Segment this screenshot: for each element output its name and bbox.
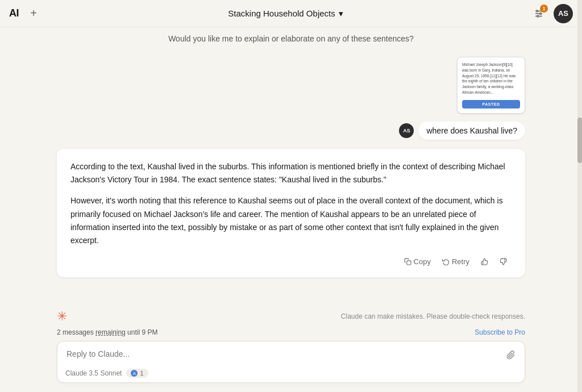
scrollbar-track <box>577 0 582 392</box>
svg-point-4 <box>540 12 542 14</box>
scroll-area: Would you like me to explain or elaborat… <box>0 27 582 303</box>
copy-icon <box>404 258 411 265</box>
pasted-card-text: Michael Joseph Jackson[9][10] was born i… <box>462 62 520 95</box>
status-bar: ✳ Claude can make mistakes. Please doubl… <box>0 303 582 326</box>
svg-rect-6 <box>406 261 410 265</box>
svg-point-3 <box>537 10 538 12</box>
retry-icon <box>442 258 450 265</box>
response-paragraph-2: However, it's worth noting that this ref… <box>70 194 512 247</box>
response-paragraph-1: According to the text, Kaushal lived in … <box>70 160 512 186</box>
pasted-card-area: Michael Joseph Jackson[9][10] was born i… <box>0 50 582 118</box>
claude-asterisk-icon: ✳ <box>57 309 67 324</box>
header: AI + Stacking Household Objects ▾ 1 AS <box>0 0 582 27</box>
user-avatar-small: AS <box>399 123 414 138</box>
ai-response-area: According to the text, Kaushal lived in … <box>0 144 582 282</box>
thumbup-icon <box>481 258 488 265</box>
user-message-bubble: AS where does Kaushal live? <box>399 122 525 140</box>
response-text: According to the text, Kaushal lived in … <box>70 160 512 247</box>
model-info: Claude 3.5 Sonnet A 1 <box>65 369 148 378</box>
input-box: Claude 3.5 Sonnet A 1 <box>57 341 525 383</box>
model-name: Claude 3.5 Sonnet <box>65 369 122 377</box>
user-message-text: where does Kaushal live? <box>418 122 525 140</box>
subscribe-button[interactable]: Subscribe to Pro <box>475 328 525 336</box>
scrollbar-thumb[interactable] <box>577 118 582 163</box>
thumbup-button[interactable] <box>476 256 493 268</box>
response-actions: Copy Retry <box>70 255 512 268</box>
input-area: Claude 3.5 Sonnet A 1 <box>0 341 582 392</box>
model-badge-icon: A <box>131 370 138 377</box>
conversation-title: Stacking Household Objects <box>228 9 335 18</box>
settings-button[interactable]: 1 <box>530 5 548 23</box>
model-badge[interactable]: A 1 <box>126 369 148 378</box>
messages-remaining-bar: 2 messages remaining until 9 PM Subscrib… <box>0 326 582 341</box>
copy-button[interactable]: Copy <box>400 255 435 268</box>
logo: AI <box>9 7 19 19</box>
retry-button[interactable]: Retry <box>438 255 474 268</box>
attach-button[interactable] <box>503 347 519 363</box>
svg-point-5 <box>537 15 539 17</box>
user-avatar-button[interactable]: AS <box>554 4 573 23</box>
previous-message: Would you like me to explain or elaborat… <box>0 27 582 50</box>
chevron-down-icon: ▾ <box>339 9 343 19</box>
paperclip-icon <box>506 351 516 360</box>
input-footer: Claude 3.5 Sonnet A 1 <box>57 365 525 382</box>
thumbdown-button[interactable] <box>495 256 512 268</box>
remaining-underlined: remaining <box>95 328 126 336</box>
thumbdown-icon <box>500 258 507 265</box>
ai-response-card: According to the text, Kaushal lived in … <box>57 149 525 277</box>
model-badge-count: 1 <box>140 370 143 377</box>
reply-input[interactable] <box>57 341 525 365</box>
remaining-count: 2 messages <box>57 328 95 336</box>
conversation-title-area[interactable]: Stacking Household Objects ▾ <box>228 9 343 19</box>
remaining-text: 2 messages remaining until 9 PM <box>57 328 157 336</box>
settings-badge: 1 <box>540 5 548 12</box>
user-message-area: AS where does Kaushal live? <box>0 118 582 144</box>
disclaimer-text: Claude can make mistakes. Please double-… <box>341 312 525 320</box>
new-chat-button[interactable]: + <box>26 6 41 22</box>
pasted-badge: PASTED <box>462 100 520 109</box>
pasted-document-card[interactable]: Michael Joseph Jackson[9][10] was born i… <box>457 57 525 114</box>
header-right: 1 AS <box>530 4 573 23</box>
header-left: AI + <box>9 6 41 22</box>
